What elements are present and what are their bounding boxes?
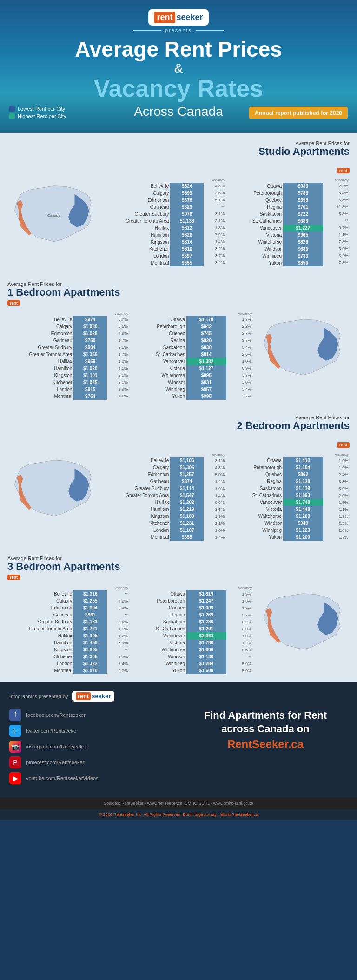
vacancy-cell: 2.5% [323,520,350,527]
city-name: St. Catharines [131,625,186,632]
one-bed-map [257,311,350,400]
city-name: Kitchener [7,379,73,386]
studio-header: Average Rent Prices for Studio Apartment… [7,140,350,174]
logo-rent: rent [154,12,175,23]
table-row: Greater Toronto Area$1,7211.1% [7,625,129,632]
one-bed-title-large: 1 Bedroom Apartments [7,287,350,298]
vacancy-cell: 1.9% [226,590,253,597]
table-row: Regina$70111.8% [228,204,350,211]
city-name: Montreal [7,393,73,400]
city-name: Vancouver [228,499,283,506]
studio-map: Canada [7,178,100,266]
legend-highest: Highest Rent per City [9,113,66,119]
table-row: Victoria$1,1270.9% [131,365,253,372]
vacancy-cell: 2.5% [107,344,129,351]
table-row: Peterborough$7855.4% [228,190,350,197]
vacancy-cell: 2.7% [226,330,253,337]
table-row: Kingston$1,1012.1% [7,372,129,379]
city-name: Whitehorse [131,372,186,379]
table-row: Greater Toronto Area$1,3561.7% [7,351,129,358]
sources-text: Sources: RentSeeker - www.rentseeker.ca,… [104,801,253,806]
studio-layout: Canada vacancy Belleville$8244.8%Calgary… [7,178,350,266]
price-cell: $824 [170,183,204,190]
price-cell: $745 [186,330,226,337]
price-cell: $1,128 [283,478,323,485]
vacancy-cell: 1.2% [204,478,226,485]
two-bed-title-large: 2 Bedroom Apartments [7,420,350,431]
city-name: Regina [131,337,186,344]
two-bed-header: Average Rent Prices for 2 Bedroom Apartm… [7,415,350,448]
table-row: Greater Sudbury$9042.5% [7,344,129,351]
instagram-handle: instagram.com/Rentseeker [26,744,87,749]
table-row: Kingston$8141.4% [104,238,226,245]
vacancy-cell: 0.9% [226,365,253,372]
price-cell: $812 [170,225,204,232]
instagram-icon: 📷 [9,741,21,753]
city-name: Yukon [228,259,283,266]
city-name: Yukon [228,534,283,541]
city-name: Peterborough [228,464,283,471]
table-row: Vancouver$1,3821.0% [131,358,253,365]
city-name: Winnipeg [131,660,186,667]
table-row: Calgary$1,0803.5% [7,323,129,330]
price-cell: $1,394 [73,604,107,611]
price-cell: $1,183 [73,618,107,625]
vacancy-cell: ** [107,611,129,618]
social-youtube[interactable]: ▶ youtube.com/RentseekerVideos [9,772,174,784]
vacancy-cell: 1.9% [204,513,226,520]
vacancy-cell: 5.4% [323,190,350,197]
vacancy-cell: 1.4% [204,238,226,245]
vacancy-cell: 4.1% [107,365,129,372]
one-bed-header: Average Rent Prices for 1 Bedroom Apartm… [7,281,350,306]
social-pinterest[interactable]: P pinterest.com/Rentseeker [9,756,174,768]
two-bed-left-table: vacancy Belleville$1,1063.1%Calgary$1,30… [104,452,226,541]
vacancy-cell: ** [204,204,226,211]
table-row: Quebec$1,0091.9% [131,604,253,611]
table-row: Belleville$8244.8% [104,183,226,190]
table-row: Halifax$1,2020.9% [104,499,226,506]
city-name: Greater Sudbury [104,211,170,218]
vacancy-cell: ** [107,646,129,653]
social-instagram[interactable]: 📷 instagram.com/Rentseeker [9,741,174,753]
vacancy-cell: 7.3% [323,259,350,266]
city-name: Saskatoon [228,211,283,218]
city-name: Gatineau [7,337,73,344]
vacancy-cell: 4.8% [107,597,129,604]
table-row: Gatineau$7501.7% [7,337,129,344]
table-row: Belleville$1,1063.1% [104,457,226,464]
city-name: Regina [228,478,283,485]
social-facebook[interactable]: f facebook.com/Rentseeker [9,709,174,721]
price-cell: $810 [170,245,204,252]
city-name: Hamilton [104,506,170,513]
vacancy-cell: 2.2% [226,323,253,330]
table-row: Kingston$1,1891.9% [104,513,226,520]
facebook-handle: facebook.com/Rentseeker [26,712,86,718]
vacancy-cell: 3.7% [226,393,253,400]
table-row: Victoria$1,7801.2% [131,639,253,646]
two-bed-tables: vacancy Belleville$1,1063.1%Calgary$1,30… [104,452,350,541]
title-amp: & [0,61,357,76]
table-row: Hamilton$1,2193.5% [104,506,226,513]
table-row: Vancouver$1,7481.5% [228,499,350,506]
city-name: Montreal [104,259,170,266]
footer-social: f facebook.com/Rentseeker 🐦 twitter.com/… [9,709,174,788]
table-row: Winnipeg$9573.4% [131,386,253,393]
price-cell: $1,356 [73,351,107,358]
price-cell: $1,257 [170,471,204,478]
table-row: Belleville$1,316** [7,590,129,597]
table-row: London$1,1071.6% [104,527,226,534]
footer-cta-link[interactable]: RentSeeker.ca [183,738,348,751]
price-cell: $1,284 [186,660,226,667]
price-cell: $1,410 [283,457,323,464]
city-name: Vancouver [131,632,186,639]
city-name: Gatineau [104,204,170,211]
canada-map-one-bed [257,311,350,385]
price-cell: $733 [283,252,323,259]
canada-map-studio: Canada [7,178,100,252]
vacancy-cell: 1.2% [107,632,129,639]
city-name: Peterborough [228,190,283,197]
city-name: Greater Toronto Area [7,625,73,632]
canada-map-three-bed [257,585,350,660]
social-twitter[interactable]: 🐦 twitter.com/Rentseeker [9,725,174,737]
city-name: Ottawa [228,457,283,464]
